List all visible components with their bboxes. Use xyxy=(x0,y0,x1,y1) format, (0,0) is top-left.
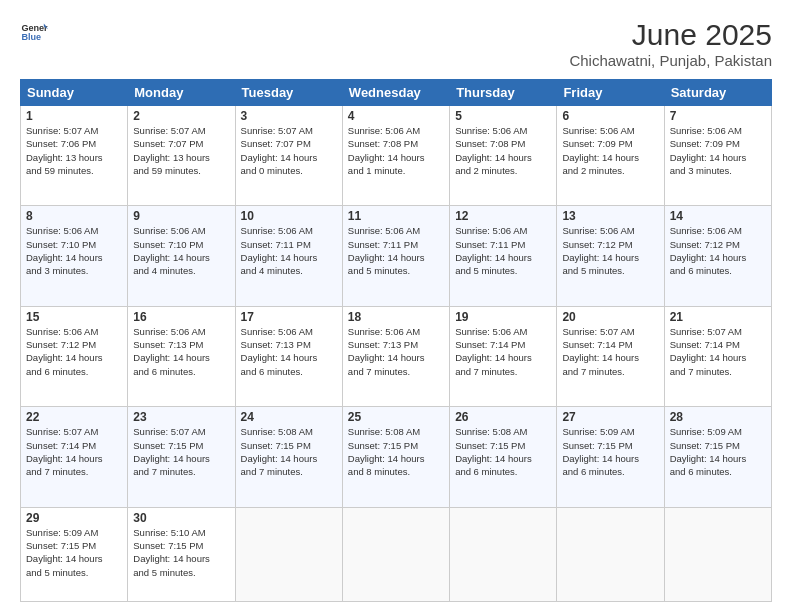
day-number: 15 xyxy=(26,310,122,324)
day-number: 11 xyxy=(348,209,444,223)
day-info: Sunrise: 5:06 AM Sunset: 7:13 PM Dayligh… xyxy=(348,325,444,378)
table-row: 5Sunrise: 5:06 AM Sunset: 7:08 PM Daylig… xyxy=(450,106,557,206)
day-info: Sunrise: 5:06 AM Sunset: 7:08 PM Dayligh… xyxy=(348,124,444,177)
table-row: 17Sunrise: 5:06 AM Sunset: 7:13 PM Dayli… xyxy=(235,306,342,406)
table-row: 3Sunrise: 5:07 AM Sunset: 7:07 PM Daylig… xyxy=(235,106,342,206)
table-row: 29Sunrise: 5:09 AM Sunset: 7:15 PM Dayli… xyxy=(21,507,128,601)
day-number: 28 xyxy=(670,410,766,424)
day-info: Sunrise: 5:06 AM Sunset: 7:12 PM Dayligh… xyxy=(670,224,766,277)
day-number: 2 xyxy=(133,109,229,123)
header: General Blue General Blue June 2025 Chic… xyxy=(20,18,772,69)
day-info: Sunrise: 5:07 AM Sunset: 7:14 PM Dayligh… xyxy=(26,425,122,478)
table-row: 20Sunrise: 5:07 AM Sunset: 7:14 PM Dayli… xyxy=(557,306,664,406)
calendar-header-row: Sunday Monday Tuesday Wednesday Thursday… xyxy=(21,80,772,106)
day-info: Sunrise: 5:08 AM Sunset: 7:15 PM Dayligh… xyxy=(455,425,551,478)
table-row: 16Sunrise: 5:06 AM Sunset: 7:13 PM Dayli… xyxy=(128,306,235,406)
day-number: 14 xyxy=(670,209,766,223)
table-row: 10Sunrise: 5:06 AM Sunset: 7:11 PM Dayli… xyxy=(235,206,342,306)
day-info: Sunrise: 5:06 AM Sunset: 7:08 PM Dayligh… xyxy=(455,124,551,177)
table-row: 15Sunrise: 5:06 AM Sunset: 7:12 PM Dayli… xyxy=(21,306,128,406)
day-number: 18 xyxy=(348,310,444,324)
day-number: 5 xyxy=(455,109,551,123)
calendar-title: June 2025 xyxy=(569,18,772,52)
table-row xyxy=(450,507,557,601)
day-info: Sunrise: 5:06 AM Sunset: 7:13 PM Dayligh… xyxy=(241,325,337,378)
day-number: 19 xyxy=(455,310,551,324)
day-info: Sunrise: 5:07 AM Sunset: 7:06 PM Dayligh… xyxy=(26,124,122,177)
day-info: Sunrise: 5:09 AM Sunset: 7:15 PM Dayligh… xyxy=(670,425,766,478)
day-number: 23 xyxy=(133,410,229,424)
table-row: 9Sunrise: 5:06 AM Sunset: 7:10 PM Daylig… xyxy=(128,206,235,306)
col-tuesday: Tuesday xyxy=(235,80,342,106)
table-row: 25Sunrise: 5:08 AM Sunset: 7:15 PM Dayli… xyxy=(342,407,449,507)
table-row: 27Sunrise: 5:09 AM Sunset: 7:15 PM Dayli… xyxy=(557,407,664,507)
day-number: 1 xyxy=(26,109,122,123)
table-row: 4Sunrise: 5:06 AM Sunset: 7:08 PM Daylig… xyxy=(342,106,449,206)
col-wednesday: Wednesday xyxy=(342,80,449,106)
table-row: 6Sunrise: 5:06 AM Sunset: 7:09 PM Daylig… xyxy=(557,106,664,206)
day-number: 9 xyxy=(133,209,229,223)
generalblue-logo-icon: General Blue xyxy=(20,18,48,46)
day-info: Sunrise: 5:07 AM Sunset: 7:14 PM Dayligh… xyxy=(670,325,766,378)
day-info: Sunrise: 5:06 AM Sunset: 7:11 PM Dayligh… xyxy=(455,224,551,277)
day-number: 22 xyxy=(26,410,122,424)
day-info: Sunrise: 5:07 AM Sunset: 7:15 PM Dayligh… xyxy=(133,425,229,478)
day-info: Sunrise: 5:08 AM Sunset: 7:15 PM Dayligh… xyxy=(348,425,444,478)
day-number: 8 xyxy=(26,209,122,223)
day-info: Sunrise: 5:07 AM Sunset: 7:14 PM Dayligh… xyxy=(562,325,658,378)
title-block: June 2025 Chichawatni, Punjab, Pakistan xyxy=(569,18,772,69)
day-number: 27 xyxy=(562,410,658,424)
day-info: Sunrise: 5:06 AM Sunset: 7:09 PM Dayligh… xyxy=(562,124,658,177)
table-row: 13Sunrise: 5:06 AM Sunset: 7:12 PM Dayli… xyxy=(557,206,664,306)
day-number: 7 xyxy=(670,109,766,123)
table-row xyxy=(664,507,771,601)
col-friday: Friday xyxy=(557,80,664,106)
day-info: Sunrise: 5:06 AM Sunset: 7:11 PM Dayligh… xyxy=(241,224,337,277)
day-info: Sunrise: 5:09 AM Sunset: 7:15 PM Dayligh… xyxy=(562,425,658,478)
day-number: 26 xyxy=(455,410,551,424)
svg-text:Blue: Blue xyxy=(21,32,41,42)
table-row: 24Sunrise: 5:08 AM Sunset: 7:15 PM Dayli… xyxy=(235,407,342,507)
table-row: 11Sunrise: 5:06 AM Sunset: 7:11 PM Dayli… xyxy=(342,206,449,306)
day-number: 24 xyxy=(241,410,337,424)
day-info: Sunrise: 5:07 AM Sunset: 7:07 PM Dayligh… xyxy=(133,124,229,177)
table-row: 12Sunrise: 5:06 AM Sunset: 7:11 PM Dayli… xyxy=(450,206,557,306)
page: General Blue General Blue June 2025 Chic… xyxy=(0,0,792,612)
day-number: 10 xyxy=(241,209,337,223)
table-row xyxy=(557,507,664,601)
day-info: Sunrise: 5:06 AM Sunset: 7:09 PM Dayligh… xyxy=(670,124,766,177)
day-info: Sunrise: 5:06 AM Sunset: 7:13 PM Dayligh… xyxy=(133,325,229,378)
logo: General Blue General Blue xyxy=(20,18,48,46)
table-row: 30Sunrise: 5:10 AM Sunset: 7:15 PM Dayli… xyxy=(128,507,235,601)
table-row: 8Sunrise: 5:06 AM Sunset: 7:10 PM Daylig… xyxy=(21,206,128,306)
col-thursday: Thursday xyxy=(450,80,557,106)
day-number: 29 xyxy=(26,511,122,525)
table-row: 18Sunrise: 5:06 AM Sunset: 7:13 PM Dayli… xyxy=(342,306,449,406)
table-row: 7Sunrise: 5:06 AM Sunset: 7:09 PM Daylig… xyxy=(664,106,771,206)
day-info: Sunrise: 5:07 AM Sunset: 7:07 PM Dayligh… xyxy=(241,124,337,177)
day-info: Sunrise: 5:10 AM Sunset: 7:15 PM Dayligh… xyxy=(133,526,229,579)
day-info: Sunrise: 5:06 AM Sunset: 7:10 PM Dayligh… xyxy=(133,224,229,277)
day-info: Sunrise: 5:09 AM Sunset: 7:15 PM Dayligh… xyxy=(26,526,122,579)
day-number: 25 xyxy=(348,410,444,424)
table-row: 1Sunrise: 5:07 AM Sunset: 7:06 PM Daylig… xyxy=(21,106,128,206)
day-info: Sunrise: 5:06 AM Sunset: 7:10 PM Dayligh… xyxy=(26,224,122,277)
day-info: Sunrise: 5:06 AM Sunset: 7:11 PM Dayligh… xyxy=(348,224,444,277)
calendar-table: Sunday Monday Tuesday Wednesday Thursday… xyxy=(20,79,772,602)
table-row: 28Sunrise: 5:09 AM Sunset: 7:15 PM Dayli… xyxy=(664,407,771,507)
table-row: 26Sunrise: 5:08 AM Sunset: 7:15 PM Dayli… xyxy=(450,407,557,507)
day-number: 30 xyxy=(133,511,229,525)
table-row: 2Sunrise: 5:07 AM Sunset: 7:07 PM Daylig… xyxy=(128,106,235,206)
day-number: 13 xyxy=(562,209,658,223)
col-saturday: Saturday xyxy=(664,80,771,106)
col-sunday: Sunday xyxy=(21,80,128,106)
table-row: 14Sunrise: 5:06 AM Sunset: 7:12 PM Dayli… xyxy=(664,206,771,306)
day-info: Sunrise: 5:06 AM Sunset: 7:14 PM Dayligh… xyxy=(455,325,551,378)
day-info: Sunrise: 5:06 AM Sunset: 7:12 PM Dayligh… xyxy=(562,224,658,277)
table-row: 22Sunrise: 5:07 AM Sunset: 7:14 PM Dayli… xyxy=(21,407,128,507)
day-number: 3 xyxy=(241,109,337,123)
table-row xyxy=(342,507,449,601)
day-number: 21 xyxy=(670,310,766,324)
day-number: 4 xyxy=(348,109,444,123)
col-monday: Monday xyxy=(128,80,235,106)
